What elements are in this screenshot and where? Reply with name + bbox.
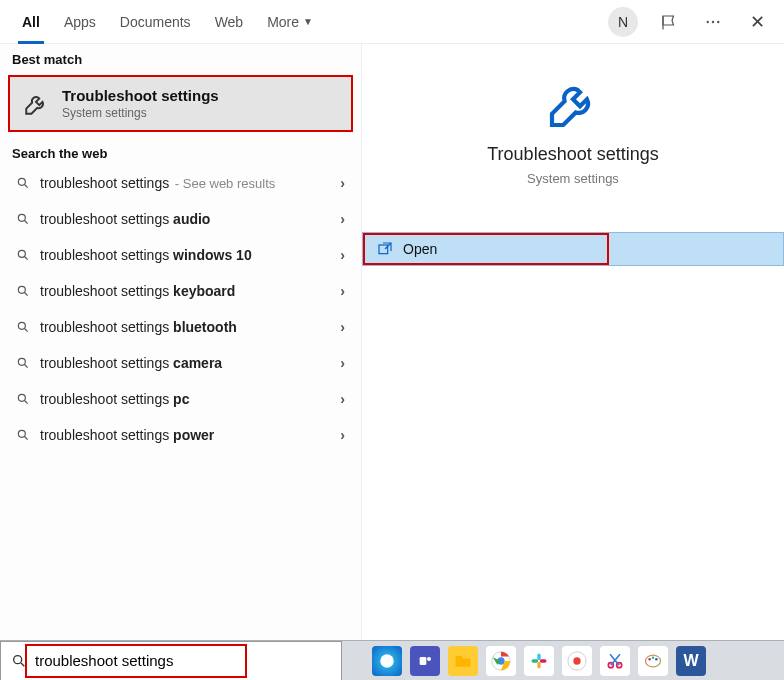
svg-point-12: [14, 655, 22, 663]
taskbar-app-file-explorer[interactable]: [448, 646, 478, 676]
svg-point-4: [18, 214, 25, 221]
taskbar-app-slack[interactable]: [524, 646, 554, 676]
svg-point-8: [18, 358, 25, 365]
highlight-annotation: [363, 233, 609, 265]
tab-label: All: [22, 14, 40, 30]
svg-point-3: [18, 178, 25, 185]
tab-label: Web: [215, 14, 244, 30]
web-result-item[interactable]: troubleshoot settings audio›: [0, 201, 361, 237]
svg-point-23: [573, 657, 580, 664]
svg-point-29: [655, 658, 658, 661]
section-best-match: Best match: [0, 44, 361, 71]
search-icon: [16, 392, 30, 406]
svg-point-15: [427, 657, 431, 661]
web-result-item[interactable]: troubleshoot settings windows 10›: [0, 237, 361, 273]
web-result-text: troubleshoot settings audio: [40, 211, 340, 227]
close-button[interactable]: ✕: [744, 9, 770, 35]
tab-apps[interactable]: Apps: [52, 0, 108, 44]
search-icon: [16, 176, 30, 190]
chevron-right-icon: ›: [340, 211, 345, 227]
best-match-title: Troubleshoot settings: [62, 87, 219, 104]
svg-point-2: [717, 20, 719, 22]
svg-point-6: [18, 286, 25, 293]
web-result-item[interactable]: troubleshoot settings camera›: [0, 345, 361, 381]
web-result-item[interactable]: troubleshoot settings bluetooth›: [0, 309, 361, 345]
preview-panel: Troubleshoot settings System settings Op…: [362, 44, 784, 640]
web-result-text: troubleshoot settings bluetooth: [40, 319, 340, 335]
web-result-item[interactable]: troubleshoot settings power›: [0, 417, 361, 453]
web-result-item[interactable]: troubleshoot settings - See web results›: [0, 165, 361, 201]
svg-point-5: [18, 250, 25, 257]
chevron-right-icon: ›: [340, 391, 345, 407]
web-result-text: troubleshoot settings keyboard: [40, 283, 340, 299]
svg-point-28: [652, 656, 655, 659]
search-icon: [16, 212, 30, 226]
svg-rect-20: [537, 661, 540, 668]
search-input[interactable]: [35, 652, 331, 669]
wrench-icon: [543, 74, 603, 134]
svg-rect-11: [379, 245, 388, 254]
preview-title: Troubleshoot settings: [362, 144, 784, 165]
taskbar-app-word[interactable]: W: [676, 646, 706, 676]
search-icon: [16, 248, 30, 262]
avatar-initial: N: [618, 14, 628, 30]
feedback-icon[interactable]: [656, 9, 682, 35]
svg-rect-19: [532, 659, 539, 662]
svg-rect-18: [537, 653, 540, 660]
chevron-right-icon: ›: [340, 247, 345, 263]
search-icon: [16, 320, 30, 334]
wrench-icon: [22, 90, 50, 118]
web-result-text: troubleshoot settings power: [40, 427, 340, 443]
svg-point-7: [18, 322, 25, 329]
section-search-web: Search the web: [0, 138, 361, 165]
svg-rect-21: [540, 659, 547, 662]
chevron-down-icon: ▼: [303, 16, 313, 27]
taskbar-app-snipping-tool[interactable]: [600, 646, 630, 676]
tab-documents[interactable]: Documents: [108, 0, 203, 44]
tab-web[interactable]: Web: [203, 0, 256, 44]
tab-all[interactable]: All: [10, 0, 52, 44]
chevron-right-icon: ›: [340, 283, 345, 299]
svg-point-9: [18, 394, 25, 401]
chevron-right-icon: ›: [340, 319, 345, 335]
search-icon: [16, 428, 30, 442]
close-icon: ✕: [750, 11, 765, 33]
open-icon: [377, 241, 393, 257]
web-result-text: troubleshoot settings camera: [40, 355, 340, 371]
chevron-right-icon: ›: [340, 175, 345, 191]
more-options-icon[interactable]: [700, 9, 726, 35]
taskbar-app-chrome-canary[interactable]: [562, 646, 592, 676]
search-tabs: All Apps Documents Web More▼ N ✕: [0, 0, 784, 44]
svg-point-1: [712, 20, 714, 22]
svg-point-13: [380, 654, 394, 668]
web-result-item[interactable]: troubleshoot settings keyboard›: [0, 273, 361, 309]
chevron-right-icon: ›: [340, 355, 345, 371]
preview-subtitle: System settings: [362, 171, 784, 186]
search-icon: [16, 284, 30, 298]
svg-point-27: [648, 658, 651, 661]
chevron-right-icon: ›: [340, 427, 345, 443]
user-avatar[interactable]: N: [608, 7, 638, 37]
search-icon: [11, 653, 27, 669]
web-result-text: troubleshoot settings - See web results: [40, 175, 340, 191]
search-icon: [16, 356, 30, 370]
taskbar-tray: W: [372, 646, 706, 676]
taskbar: W: [0, 640, 784, 680]
open-label: Open: [403, 241, 437, 257]
taskbar-app-edge[interactable]: [372, 646, 402, 676]
tab-label: Documents: [120, 14, 191, 30]
web-result-text: troubleshoot settings pc: [40, 391, 340, 407]
results-panel: Best match Troubleshoot settings System …: [0, 44, 362, 640]
tab-label: Apps: [64, 14, 96, 30]
open-action[interactable]: Open: [362, 232, 784, 266]
taskbar-app-chrome[interactable]: [486, 646, 516, 676]
tab-more[interactable]: More▼: [255, 0, 325, 44]
best-match-result[interactable]: Troubleshoot settings System settings: [8, 75, 353, 132]
web-result-text: troubleshoot settings windows 10: [40, 247, 340, 263]
taskbar-app-teams[interactable]: [410, 646, 440, 676]
taskbar-search[interactable]: [0, 641, 342, 681]
taskbar-app-paint[interactable]: [638, 646, 668, 676]
tab-label: More: [267, 14, 299, 30]
web-result-item[interactable]: troubleshoot settings pc›: [0, 381, 361, 417]
svg-rect-14: [420, 657, 427, 665]
